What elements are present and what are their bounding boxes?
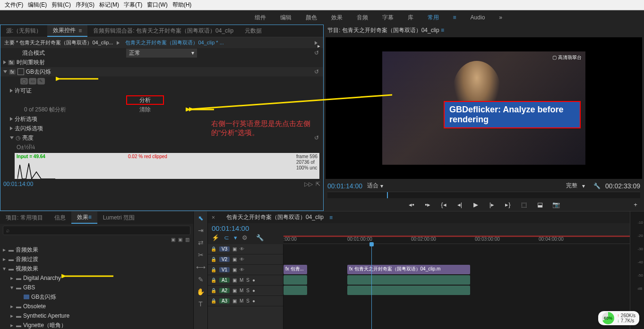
expand-icon[interactable]: ▸ [3,256,9,262]
mask-ellipse-icon[interactable]: ◯ [20,78,28,84]
folder-item[interactable]: ▸▬音频过渡 [0,254,193,264]
expand-icon[interactable]: ▸ [10,275,16,281]
expand-icon[interactable]: ▸ [10,303,16,310]
deflicker-options-row[interactable]: 去闪烁选项 右侧一行英语意思是先点击左侧的"分析"选项。 [0,124,323,133]
video-clip-short[interactable]: fx 包青... [283,265,307,274]
hand-tool-icon[interactable]: ✋ [197,288,205,295]
toggle-output-icon[interactable]: ▣ [232,288,237,293]
lock-icon[interactable]: 🔒 [211,288,216,293]
folder-item[interactable]: ▸▬Synthetic Aperture [0,311,193,321]
audio-clip-a1-long[interactable] [347,275,470,285]
export-frame-icon[interactable]: 📷 [552,201,560,208]
ws-audio2[interactable]: Audio [471,14,485,21]
tab-lumetri[interactable]: Lumetri 范围 [97,211,140,224]
toggle-output-icon[interactable]: ▣ [232,298,237,304]
expand-icon[interactable] [3,70,7,73]
eye-icon[interactable]: 👁 [240,257,244,262]
play-icon[interactable]: ▶ [472,201,480,208]
eye-icon[interactable]: 👁 [240,267,244,272]
pen-tool-icon[interactable]: ✎ [198,276,204,283]
ws-common[interactable]: 常用 [428,14,439,22]
lock-icon[interactable]: 🔒 [211,257,216,262]
lift-icon[interactable]: ⬚ [520,201,528,208]
mute-icon[interactable]: M [240,288,243,293]
effect-item[interactable]: GB去闪烁 [0,292,193,302]
ws-color[interactable]: 颜色 [306,14,317,22]
filter-icon-2[interactable]: ▣ [178,237,182,242]
ws-editing[interactable]: 编辑 [280,14,292,22]
expand-icon[interactable] [10,127,13,130]
track-content-area[interactable]: fx 包青... fx 包青天之开封奇案（国粤双语）04_clip.m [283,244,630,329]
ws-captions[interactable]: 字幕 [382,14,394,22]
track-label[interactable]: V3 [219,246,230,252]
blend-mode-dropdown[interactable]: 正常▾ [126,49,197,58]
toggle-output-icon[interactable]: ▣ [232,267,237,272]
folder-item[interactable]: ▾▬GBS [0,283,193,292]
menu-caption[interactable]: 字幕(T) [122,1,144,9]
track-header-v1[interactable]: 🔒 V1 ▣ 👁 [208,265,283,275]
timeline-ruler[interactable]: :00:00 00:01:00:00 00:02:00:00 00:03:00:… [283,236,630,244]
expand-icon[interactable]: ▸ [10,312,16,319]
tab-audio-mixer[interactable]: 音频剪辑混合器: 包青天之开封奇案（国粤双语）04_clip [87,25,239,37]
wrench-icon[interactable]: 🔧 [256,234,264,241]
lock-icon[interactable]: 🔒 [211,298,216,304]
timeline-tab[interactable]: × 包青天之开封奇案（国粤双语）04_clip ≡ [208,211,630,223]
ws-more[interactable]: » [499,14,502,21]
track-header-a1[interactable]: 🔒 A1 ▣ M S ● [208,275,283,286]
go-to-out-icon[interactable]: ▸} [504,201,512,208]
menu-edit[interactable]: 编辑(E) [26,1,49,9]
analyze-button[interactable]: 分析 [126,95,164,105]
lock-icon[interactable]: 🔒 [211,246,216,252]
folder-item[interactable]: ▸▬音频效果 [0,245,193,254]
tab-source[interactable]: 源:（无剪辑） [0,25,47,37]
menu-clip[interactable]: 剪辑(C) [50,1,73,9]
track-label[interactable]: V1 [219,267,230,272]
eye-icon[interactable]: 👁 [240,246,244,252]
timeline-timecode[interactable]: 00:01:14:00 [208,223,283,233]
track-header-v3[interactable]: 🔒 V3 ▣ 👁 [208,244,283,254]
license-row[interactable]: 许可证 [0,86,323,95]
expand-icon[interactable]: ▾ [10,284,16,291]
mask-rect-icon[interactable]: ▭ [29,78,36,84]
track-header-a3[interactable]: 🔒 A3 ▣ M S ● [208,296,283,306]
expand-icon[interactable] [10,136,14,139]
program-monitor[interactable]: ▢ 高清翡翠台 GBDeflicker: Analyze before rend… [326,37,642,179]
go-to-in-icon[interactable]: {◂ [440,201,447,208]
menu-window[interactable]: 窗口(W) [145,1,169,9]
extract-icon[interactable]: ⬓ [536,201,544,208]
loop-icon[interactable]: ▷▷ [304,181,313,187]
luminance-row[interactable]: ◷亮度 ↺ [0,133,323,143]
time-remap-row[interactable]: fx时间重映射 [0,58,323,67]
clear-button[interactable]: 清除 [126,105,164,114]
record-icon[interactable]: ● [252,288,255,293]
mark-in-icon[interactable]: ◂▪ [408,201,415,208]
track-label[interactable]: A1 [219,278,230,283]
close-icon[interactable]: × [212,214,215,221]
ws-effects[interactable]: 效果 [331,14,343,22]
program-scrubber[interactable] [327,192,640,198]
expand-icon[interactable]: ▾ [3,265,9,272]
ws-audio[interactable]: 音频 [357,14,368,22]
toggle-output-icon[interactable]: ▣ [232,278,237,283]
toggle-output-icon[interactable]: ▣ [232,246,237,252]
tab-effect-controls[interactable]: 效果控件≡ [47,25,87,37]
step-forward-icon[interactable]: |▸ [488,201,496,208]
track-label[interactable]: A3 [219,298,230,304]
track-header-v2[interactable]: 🔒 V2 ▣ 👁 [208,254,283,265]
timeline-toggle-icon[interactable]: ▸ [315,41,318,45]
add-button-icon[interactable]: + [632,201,639,208]
snap-icon[interactable]: ⚡ [212,234,219,241]
track-select-tool-icon[interactable]: ⇥ [198,227,204,234]
mute-icon[interactable]: M [240,278,243,283]
gb-deflicker-row[interactable]: fxGB去闪烁 ↺ [0,67,323,76]
expand-icon[interactable]: ▸ [10,322,16,329]
sequence-link[interactable]: 包青天之开封奇案（国粤双语）04_clip * ... [125,39,223,46]
expand-icon[interactable] [10,89,13,93]
fit-dropdown[interactable]: 适合 [367,182,378,190]
folder-item[interactable]: ▾▬视频效果 [0,264,193,273]
lock-icon[interactable]: 🔒 [211,267,216,272]
record-icon[interactable]: ● [252,298,255,304]
panel-timecode[interactable]: 00:01:14:00 [3,181,33,187]
tab-effects[interactable]: 效果 ≡ [71,211,97,224]
folder-item[interactable]: ▸▬Digital Anarchy [0,273,193,283]
